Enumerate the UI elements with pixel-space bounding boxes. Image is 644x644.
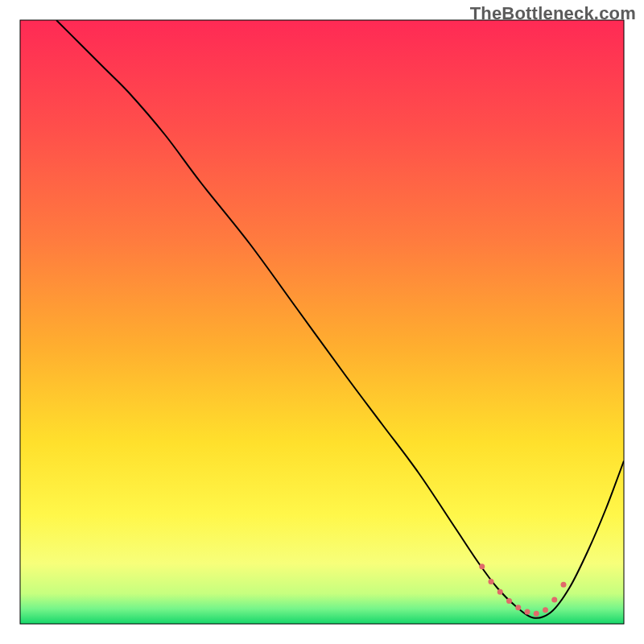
optimal-band-dot bbox=[534, 611, 539, 617]
optimal-band-dot bbox=[525, 609, 530, 615]
optimal-band-dot bbox=[497, 589, 503, 595]
optimal-band-dot bbox=[551, 597, 557, 603]
optimal-band-dot bbox=[561, 582, 567, 588]
optimal-band-dot bbox=[489, 579, 494, 584]
optimal-band-dot bbox=[506, 598, 512, 604]
chart-background bbox=[20, 20, 624, 624]
watermark-text: TheBottleneck.com bbox=[470, 3, 636, 24]
optimal-band-dot bbox=[543, 607, 548, 613]
bottleneck-chart bbox=[0, 0, 644, 644]
chart-stage: TheBottleneck.com bbox=[0, 0, 644, 644]
optimal-band-dot bbox=[479, 564, 485, 569]
optimal-band-dot bbox=[515, 605, 521, 610]
